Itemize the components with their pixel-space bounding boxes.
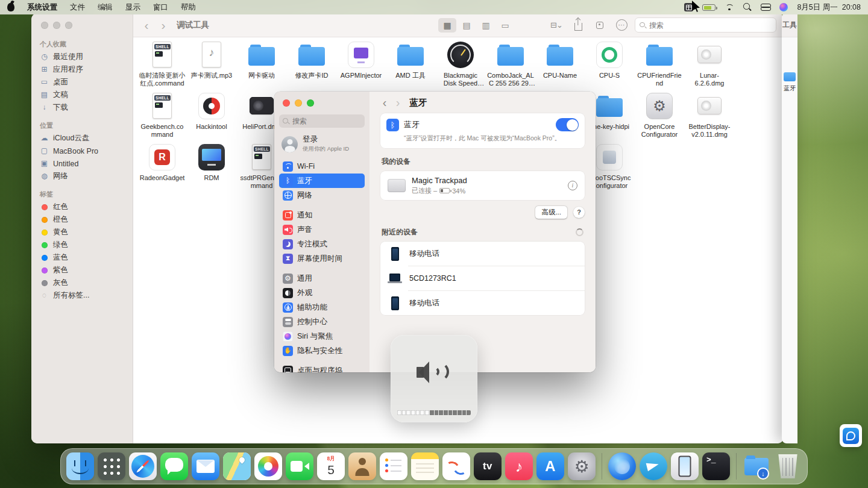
gallery-view-button[interactable] [496,18,514,33]
back-button[interactable] [378,93,391,112]
file-item[interactable]: AMD 工具 [386,41,435,80]
dock-phone-mirroring[interactable] [671,452,699,480]
file-item[interactable]: CPU-Name [535,41,585,80]
dock-app-store[interactable] [536,452,564,480]
file-item[interactable]: SHELL临时清除更新小红点.command [137,41,187,87]
settings-item-appearance[interactable]: 外观 [279,286,365,300]
file-item[interactable]: AGPMInjector [336,41,386,80]
device-row-trackpad[interactable]: Magic Trackpad 已连接 –34% i [380,171,585,200]
spotlight-icon[interactable] [743,3,752,11]
close-button[interactable] [41,22,48,29]
dock-system-settings[interactable] [568,452,596,480]
dock-reminders[interactable] [380,452,407,480]
settings-search-input[interactable] [292,117,361,125]
zoom-button[interactable] [65,22,72,29]
dock-apple-tv[interactable]: tv [474,452,502,480]
background-window-strip[interactable]: 工具 蓝牙 [782,13,797,443]
sidebar-item-icloud[interactable]: iCloud云盘 [31,132,133,145]
sidebar-tag-green[interactable]: 绿色 [31,239,133,251]
file-item[interactable]: 修改声卡ID [287,41,336,80]
dock-terminal[interactable]: >_ [702,452,730,480]
file-item[interactable]: Blackmagic Disk Speed Test [436,41,485,87]
menu-app-name[interactable]: 系统设置 [27,2,57,13]
dock-notes[interactable] [411,452,439,480]
settings-item-wifi[interactable]: Wi-Fi [279,159,365,174]
settings-item-general[interactable]: 通用 [279,271,365,286]
settings-item-screentime[interactable]: 屏幕使用时间 [279,251,365,266]
group-by-button[interactable] [548,18,565,33]
system-settings-window[interactable]: 登录使用你的 Apple ID Wi-Fi 蓝牙 网络 通知 声音 专注模式 屏… [274,92,596,372]
nearby-device-row[interactable]: 5CD1273RC1 [380,266,585,290]
dock-contacts[interactable] [348,452,376,480]
siri-icon[interactable] [779,3,788,11]
dock-music[interactable] [505,452,533,480]
settings-item-siri[interactable]: Siri 与聚焦 [279,329,365,343]
dock-photos[interactable] [254,452,282,480]
dock-launchpad[interactable] [98,452,125,480]
sidebar-tag-red[interactable]: 红色 [31,201,133,213]
settings-traffic-lights[interactable] [283,99,314,107]
menu-item-edit[interactable]: 编辑 [98,2,113,13]
menu-item-window[interactable]: 窗口 [153,2,168,13]
dock-mail[interactable] [192,452,219,480]
sidebar-item-macbook[interactable]: MacBook Pro [31,145,133,157]
close-button[interactable] [283,99,290,107]
dock-telegram[interactable] [640,452,667,480]
file-item[interactable]: Lunar-6.2.6.dmg [685,41,734,87]
nearby-device-row[interactable]: 移动电话 [380,242,585,266]
back-button[interactable] [140,14,153,37]
sidebar-item-applications[interactable]: 应用程序 [31,63,133,76]
settings-item-notifications[interactable]: 通知 [279,208,365,222]
nearby-device-row[interactable]: 移动电话 [380,291,585,315]
settings-item-network[interactable]: 网络 [279,188,365,202]
apple-menu-icon[interactable] [7,3,14,11]
zoom-button[interactable] [307,99,314,107]
forward-button[interactable] [391,93,404,112]
settings-item-desktop-dock[interactable]: 桌面与程序坞 [279,363,365,372]
dock-facetime[interactable] [286,452,313,480]
settings-item-control-center[interactable]: 控制中心 [279,314,365,329]
bluetooth-toggle[interactable] [556,118,579,131]
icon-view-button[interactable] [438,18,456,33]
minimize-button[interactable] [295,99,302,107]
sidebar-item-network[interactable]: 网络 [31,170,133,183]
file-item[interactable]: 声卡测试.mp3 [187,41,236,80]
settings-item-accessibility[interactable]: 辅助功能 [279,300,365,314]
file-item[interactable]: SHELLGeekbench.command [137,92,187,139]
dock-browser[interactable] [608,452,636,480]
floating-chat-widget[interactable] [840,424,862,447]
dock-calendar[interactable]: 8月5 [317,452,345,480]
sidebar-item-documents[interactable]: 文稿 [31,89,133,101]
sidebar-item-downloads[interactable]: 下载 [31,101,133,114]
dock-wave-app[interactable] [442,452,470,480]
sidebar-tag-blue[interactable]: 蓝色 [31,251,133,264]
menu-item-view[interactable]: 显示 [125,2,140,13]
sidebar-all-tags[interactable]: 所有标签... [31,289,133,302]
dock-safari[interactable] [129,452,157,480]
menu-clock[interactable]: 8月5日 周一 20:08 [797,2,861,13]
file-item[interactable]: RDM [187,143,236,182]
tag-icon[interactable] [596,22,603,29]
settings-item-privacy[interactable]: 隐私与安全性 [279,343,365,358]
menu-item-file[interactable]: 文件 [70,2,85,13]
settings-item-bluetooth[interactable]: 蓝牙 [279,174,365,188]
help-button[interactable]: ? [573,207,585,218]
file-item[interactable]: Hackintool [187,92,236,131]
list-view-button[interactable] [458,18,476,33]
file-item[interactable]: CPU-S [585,41,634,80]
sidebar-item-recents[interactable]: 最近使用 [31,51,133,63]
dock-trash[interactable] [774,452,802,480]
file-item[interactable]: ComboJack_ALC 255 256 295 298 [486,41,535,87]
sidebar-item-untitled[interactable]: Untitled [31,157,133,170]
sidebar-tag-gray[interactable]: 灰色 [31,277,133,289]
dock-messages[interactable] [160,452,188,480]
battery-icon[interactable] [702,4,715,11]
minimize-button[interactable] [53,22,60,29]
file-item[interactable]: RadeonGadget [137,143,187,182]
settings-item-focus[interactable]: 专注模式 [279,237,365,251]
more-options-icon[interactable] [616,19,627,31]
file-item[interactable]: CPUFriendFriend [635,41,684,87]
column-view-button[interactable] [477,18,495,33]
share-icon[interactable] [574,23,582,31]
control-center-icon[interactable] [761,4,770,11]
